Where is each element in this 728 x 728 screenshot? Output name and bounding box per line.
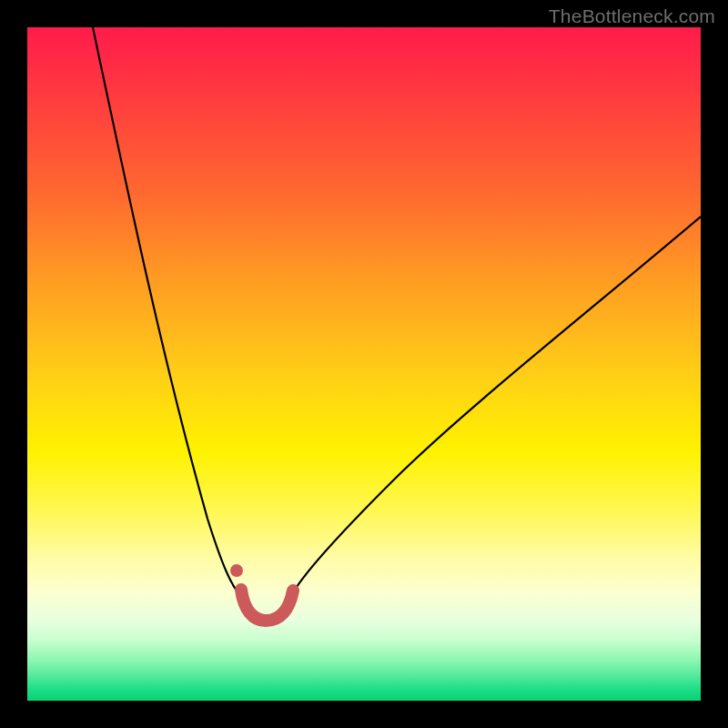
valley-dot xyxy=(230,564,243,577)
plot-frame xyxy=(27,27,701,701)
left-descent-curve xyxy=(93,27,241,596)
watermark-text: TheBottleneck.com xyxy=(549,5,715,27)
right-ascent-curve xyxy=(291,217,701,596)
bottleneck-curve-svg xyxy=(27,27,701,701)
valley-u-shape xyxy=(241,590,293,621)
